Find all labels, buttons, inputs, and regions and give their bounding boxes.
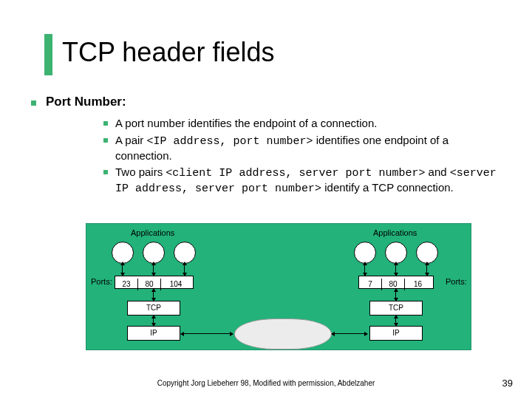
list-item: Two pairs <client IP address, server por… <box>103 166 501 197</box>
network-cloud-icon <box>234 318 332 349</box>
app-node-icon <box>112 242 134 264</box>
app-node-icon <box>174 242 196 264</box>
bullet-square-icon <box>31 100 36 106</box>
connector-icon <box>364 262 365 276</box>
text: identify a TCP connection. <box>321 181 454 194</box>
tcp-stack-diagram: Applications Applications Ports: 2380104… <box>86 223 471 350</box>
connector-icon <box>395 316 396 326</box>
port-cell: 7 <box>359 279 382 290</box>
port-cell: 23 <box>115 279 138 290</box>
page-number: 39 <box>502 378 513 389</box>
connector-icon <box>184 262 185 276</box>
title-accent <box>44 34 52 75</box>
app-node-icon <box>143 242 165 264</box>
ip-box-left: IP <box>127 326 180 341</box>
text: A pair <box>115 134 147 146</box>
port-row-left: 2380104 <box>115 276 194 289</box>
slide-title: TCP header fields <box>62 37 275 68</box>
text: Two pairs <box>115 166 166 178</box>
port-cell: 104 <box>161 279 191 290</box>
text: and <box>425 166 449 178</box>
tcp-box-left: TCP <box>127 301 180 316</box>
connector-icon <box>153 262 154 276</box>
code: <client IP address, server port number> <box>166 167 425 180</box>
app-node-icon <box>385 242 407 264</box>
text: A port number identifies the endpoint of… <box>115 117 377 129</box>
connector-icon <box>426 262 427 276</box>
port-cell: 16 <box>405 279 431 290</box>
tcp-box-right: TCP <box>369 301 423 316</box>
app-node-icon <box>416 242 438 264</box>
connector-icon <box>153 289 154 301</box>
label-ports-left: Ports: <box>91 277 112 286</box>
label-applications-left: Applications <box>131 228 174 237</box>
connector-icon <box>395 289 396 301</box>
ip-box-right: IP <box>369 326 423 341</box>
port-row-right: 78016 <box>358 276 434 289</box>
label-ports-right: Ports: <box>446 277 467 286</box>
connector-icon <box>332 333 367 334</box>
code: <IP address, port number> <box>147 135 313 148</box>
port-cell: 80 <box>138 279 161 290</box>
app-node-icon <box>354 242 376 264</box>
section-heading: Port Number: <box>46 95 126 109</box>
label-applications-right: Applications <box>373 228 417 237</box>
footer-copyright: Copyright Jorg Liebeherr 98, Modified wi… <box>0 379 532 387</box>
connector-icon <box>153 316 154 326</box>
connector-icon <box>122 262 123 276</box>
connector-icon <box>395 262 396 276</box>
list-item: A port number identifies the endpoint of… <box>103 117 501 131</box>
connector-icon <box>181 333 233 334</box>
list-item: A pair <IP address, port number> identif… <box>103 134 501 163</box>
bullet-list: A port number identifies the endpoint of… <box>103 117 501 200</box>
